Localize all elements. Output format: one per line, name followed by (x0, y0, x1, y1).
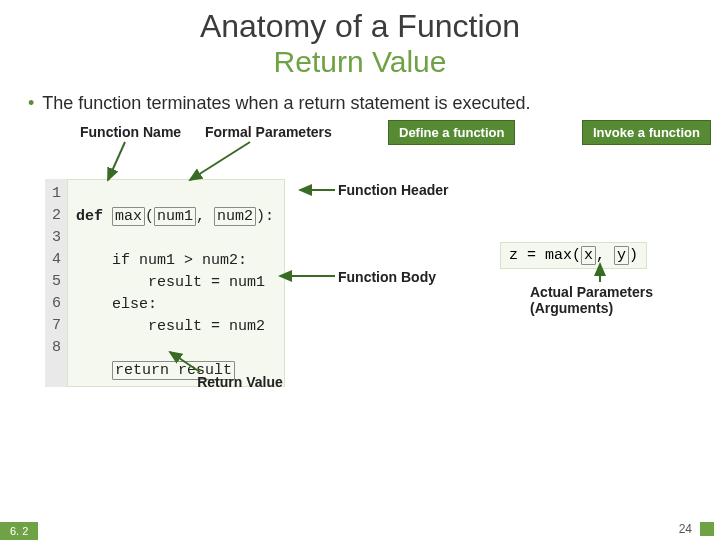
title-line1: Anatomy of a Function (0, 8, 720, 45)
bullet-text: The function terminates when a return st… (42, 93, 530, 113)
arg1-box: x (581, 246, 596, 265)
bullet: •The function terminates when a return s… (0, 79, 720, 114)
bullet-dot: • (28, 93, 34, 113)
label-actual-parameters: Actual Parameters (Arguments) (530, 284, 680, 316)
label-formal-parameters: Formal Parameters (205, 124, 332, 140)
line-number: 3 (51, 227, 61, 249)
code-gutter: 1 2 3 4 5 6 7 8 (45, 179, 67, 387)
pill-define: Define a function (388, 120, 515, 145)
code-invoke-block: z = max(x, y) (500, 242, 647, 269)
invoke-prefix: z = max (509, 247, 572, 264)
label-function-name: Function Name (80, 124, 181, 140)
label-function-body: Function Body (338, 269, 436, 285)
diagram-stage: Function Name Formal Parameters Define a… (0, 114, 720, 474)
line-number: 7 (51, 315, 61, 337)
line-number: 8 (51, 337, 61, 359)
footer-accent-square (700, 522, 714, 536)
code-definition-block: 1 2 3 4 5 6 7 8 def max(num1, num2): if … (45, 179, 285, 387)
footer-page: 24 (679, 522, 692, 536)
line-number: 1 (51, 183, 61, 205)
line-number: 2 (51, 205, 61, 227)
title-line2: Return Value (0, 45, 720, 79)
title-block: Anatomy of a Function Return Value (0, 0, 720, 79)
code-line: result = num1 (76, 274, 265, 291)
arg2-box: y (614, 246, 629, 265)
param2-box: num2 (214, 207, 256, 226)
code-body: def max(num1, num2): if num1 > num2: res… (67, 179, 285, 387)
param1-box: num1 (154, 207, 196, 226)
keyword-def: def (76, 208, 103, 225)
actual-params-l2: (Arguments) (530, 300, 680, 316)
actual-params-l1: Actual Parameters (530, 284, 680, 300)
pill-invoke: Invoke a function (582, 120, 711, 145)
footer-section: 6. 2 (0, 522, 38, 540)
line-number: 4 (51, 249, 61, 271)
label-return-value: Return Value (185, 374, 295, 390)
function-name-box: max (112, 207, 145, 226)
svg-line-1 (190, 142, 250, 180)
svg-line-0 (108, 142, 125, 180)
line-number: 6 (51, 293, 61, 315)
code-line: else: (76, 296, 157, 313)
line-number: 5 (51, 271, 61, 293)
code-line: if num1 > num2: (76, 252, 247, 269)
code-line: result = num2 (76, 318, 265, 335)
label-function-header: Function Header (338, 182, 448, 198)
